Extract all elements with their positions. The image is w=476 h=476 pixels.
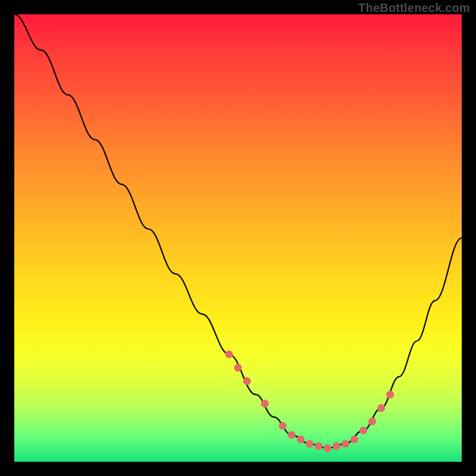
highlight-marker bbox=[386, 391, 394, 399]
highlight-marker bbox=[359, 427, 367, 434]
highlight-marker bbox=[279, 422, 287, 430]
chart-plot-area bbox=[14, 14, 462, 462]
highlight-marker bbox=[315, 442, 322, 450]
highlight-marker bbox=[261, 400, 269, 408]
bottleneck-curve-path bbox=[14, 14, 462, 448]
highlight-marker bbox=[342, 440, 349, 447]
chart-svg bbox=[14, 14, 462, 462]
highlight-marker bbox=[243, 377, 251, 385]
highlight-marker-group bbox=[226, 350, 394, 452]
highlight-marker bbox=[350, 436, 358, 443]
highlight-marker bbox=[368, 418, 376, 425]
highlight-marker bbox=[306, 440, 314, 447]
highlight-marker bbox=[288, 431, 296, 439]
highlight-marker bbox=[226, 350, 233, 358]
attribution-label: TheBottleneck.com bbox=[358, 1, 470, 15]
highlight-marker bbox=[377, 404, 385, 412]
highlight-marker bbox=[324, 444, 331, 452]
highlight-marker bbox=[297, 436, 305, 443]
highlight-marker bbox=[333, 442, 340, 450]
chart-outer-frame: TheBottleneck.com bbox=[0, 0, 476, 476]
highlight-marker bbox=[234, 364, 242, 372]
